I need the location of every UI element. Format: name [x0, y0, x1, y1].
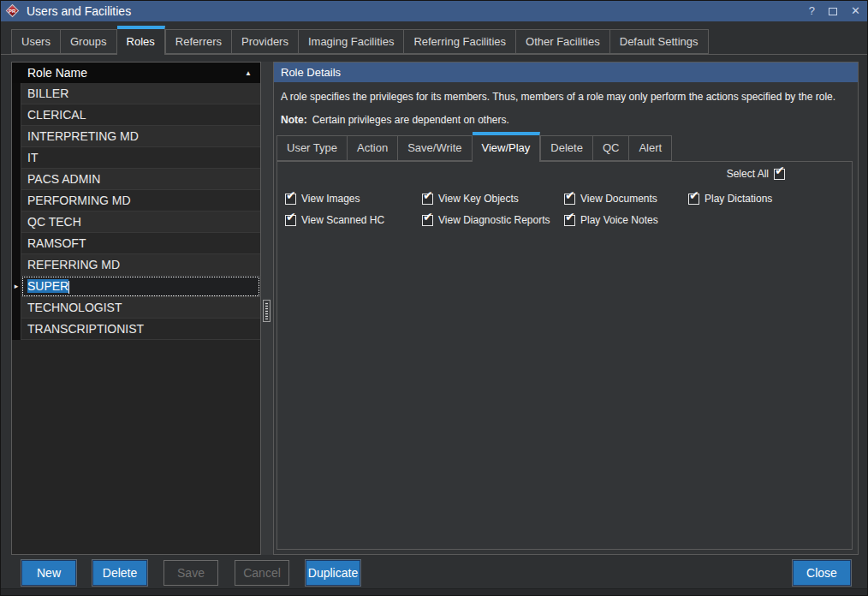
role-row-transcriptionist[interactable]: TRANSCRIPTIONIST [12, 319, 260, 340]
privilege-view-key-objects[interactable]: ✔View Key Objects [422, 193, 564, 205]
panel-splitter[interactable] [261, 62, 273, 555]
role-list-column-header[interactable]: Role Name ▲ [12, 63, 260, 83]
save-button: Save [163, 560, 218, 586]
help-icon[interactable]: ? [809, 1, 815, 21]
text-caret [68, 281, 69, 294]
role-name-cell: PERFORMING MD [21, 190, 260, 212]
tab-other-facilities[interactable]: Other Facilities [516, 29, 610, 54]
select-all-checkbox[interactable]: ✔ [774, 169, 785, 180]
privilege-label: View Diagnostic Reports [438, 214, 550, 226]
new-button[interactable]: New [21, 560, 76, 586]
role-row-biller[interactable]: BILLER [12, 83, 260, 104]
tab-referrers[interactable]: Referrers [165, 29, 232, 54]
window-controls: ? ✕ [809, 1, 860, 21]
role-row-qc-tech[interactable]: QC TECH [12, 212, 260, 233]
note-label: Note: [281, 114, 307, 126]
check-icon: ✔ [286, 211, 296, 223]
row-gutter [12, 104, 21, 126]
close-button[interactable]: Close [793, 560, 851, 586]
role-name-cell: CLERICAL [21, 104, 260, 126]
window-title: Users and Facilities [27, 4, 131, 18]
play-voice-notes-checkbox[interactable]: ✔ [564, 215, 575, 226]
row-gutter [12, 212, 21, 233]
row-gutter [12, 190, 21, 212]
splitter-grip-handle[interactable] [263, 300, 271, 322]
current-row-pointer-icon: ▸ [12, 276, 21, 297]
privilege-view-documents[interactable]: ✔View Documents [564, 193, 688, 205]
role-row-performing-md[interactable]: PERFORMING MD [12, 190, 260, 212]
close-window-icon[interactable]: ✕ [851, 1, 860, 21]
role-row-pacs-admin[interactable]: PACS ADMIN [12, 169, 260, 190]
row-gutter [12, 126, 21, 147]
window-bottom-edge [1, 588, 867, 595]
selected-text: SUPER [27, 279, 68, 293]
role-details-panel: Role Details A role specifies the privil… [273, 62, 859, 555]
note-body: Certain privileges are dependent on othe… [312, 114, 509, 126]
role-row-referring-md[interactable]: REFERRING MD [12, 254, 260, 276]
row-gutter [12, 169, 21, 190]
check-icon: ✔ [565, 189, 575, 201]
play-dictations-checkbox[interactable]: ✔ [688, 194, 699, 205]
check-icon: ✔ [775, 164, 785, 176]
role-name-cell: BILLER [21, 83, 260, 104]
row-gutter [12, 297, 21, 319]
view-diagnostic-reports-checkbox[interactable]: ✔ [422, 215, 433, 226]
role-name-edit-cell[interactable]: SUPER [21, 276, 260, 297]
privilege-view-scanned-hc[interactable]: ✔View Scanned HC [285, 214, 422, 226]
tab-default-settings[interactable]: Default Settings [610, 29, 709, 54]
role-name-cell: IT [21, 147, 260, 169]
role-row-ramsoft[interactable]: RAMSOFT [12, 233, 260, 254]
row-gutter [12, 254, 21, 276]
role-row-technologist[interactable]: TECHNOLOGIST [12, 297, 260, 319]
role-list-panel: Role Name ▲ BILLERCLERICALINTERPRETING M… [11, 62, 261, 555]
subtab-save-write[interactable]: Save/Write [398, 135, 472, 161]
tab-imaging-facilities[interactable]: Imaging Facilities [299, 29, 404, 54]
subtab-alert[interactable]: Alert [629, 135, 672, 161]
title-bar[interactable]: PR Users and Facilities ? ✕ [1, 1, 867, 21]
users-and-facilities-window: PR Users and Facilities ? ✕ UsersGroupsR… [0, 0, 868, 596]
privilege-label: View Images [301, 193, 360, 205]
delete-button[interactable]: Delete [92, 560, 147, 586]
view-play-tab-panel: Select All ✔ ✔View Images✔View Key Objec… [276, 161, 853, 550]
check-icon: ✔ [423, 189, 433, 201]
subtab-qc[interactable]: QC [593, 135, 630, 161]
subtab-action[interactable]: Action [348, 135, 398, 161]
duplicate-button[interactable]: Duplicate [306, 560, 360, 586]
cancel-button: Cancel [235, 560, 289, 586]
tab-referring-facilities[interactable]: Referring Facilities [404, 29, 516, 54]
subtab-delete[interactable]: Delete [540, 135, 593, 161]
check-icon: ✔ [565, 211, 575, 223]
role-row-clerical[interactable]: CLERICAL [12, 104, 260, 126]
privilege-view-diagnostic-reports[interactable]: ✔View Diagnostic Reports [422, 214, 564, 226]
view-images-checkbox[interactable]: ✔ [285, 194, 296, 205]
tab-users[interactable]: Users [11, 29, 61, 54]
view-documents-checkbox[interactable]: ✔ [564, 194, 575, 205]
role-row-it[interactable]: IT [12, 147, 260, 169]
tab-providers[interactable]: Providers [232, 29, 299, 54]
subtab-user-type[interactable]: User Type [276, 135, 348, 161]
privilege-checkbox-grid: ✔View Images✔View Key Objects✔View Docum… [285, 193, 845, 235]
view-scanned-hc-checkbox[interactable]: ✔ [285, 215, 296, 226]
select-all-checkbox-row[interactable]: Select All ✔ [727, 168, 785, 180]
role-row-super[interactable]: ▸SUPER [12, 276, 260, 297]
view-key-objects-checkbox[interactable]: ✔ [422, 194, 433, 205]
role-description-text: A role specifies the privileges for its … [274, 82, 858, 103]
privilege-label: View Scanned HC [301, 214, 384, 226]
privilege-view-images[interactable]: ✔View Images [285, 193, 422, 205]
tab-groups[interactable]: Groups [61, 29, 117, 54]
tab-roles[interactable]: Roles [117, 26, 165, 55]
privilege-play-voice-notes[interactable]: ✔Play Voice Notes [564, 214, 688, 226]
subtab-view-play[interactable]: View/Play [473, 132, 541, 162]
privilege-tab-strip: User TypeActionSave/WriteView/PlayDelete… [274, 132, 858, 162]
row-gutter [12, 147, 21, 169]
row-gutter [12, 233, 21, 254]
maximize-icon[interactable] [829, 8, 837, 15]
privilege-play-dictations[interactable]: ✔Play Dictations [688, 193, 772, 205]
role-list-header-label: Role Name [27, 66, 87, 80]
footer-button-bar: NewDeleteSaveCancelDuplicate [1, 557, 867, 588]
select-all-label: Select All [727, 168, 769, 180]
role-name-cell: RAMSOFT [21, 233, 260, 254]
privilege-row: ✔View Scanned HC✔View Diagnostic Reports… [285, 214, 845, 226]
privilege-label: View Key Objects [438, 193, 519, 205]
role-row-interpreting-md[interactable]: INTERPRETING MD [12, 126, 260, 147]
